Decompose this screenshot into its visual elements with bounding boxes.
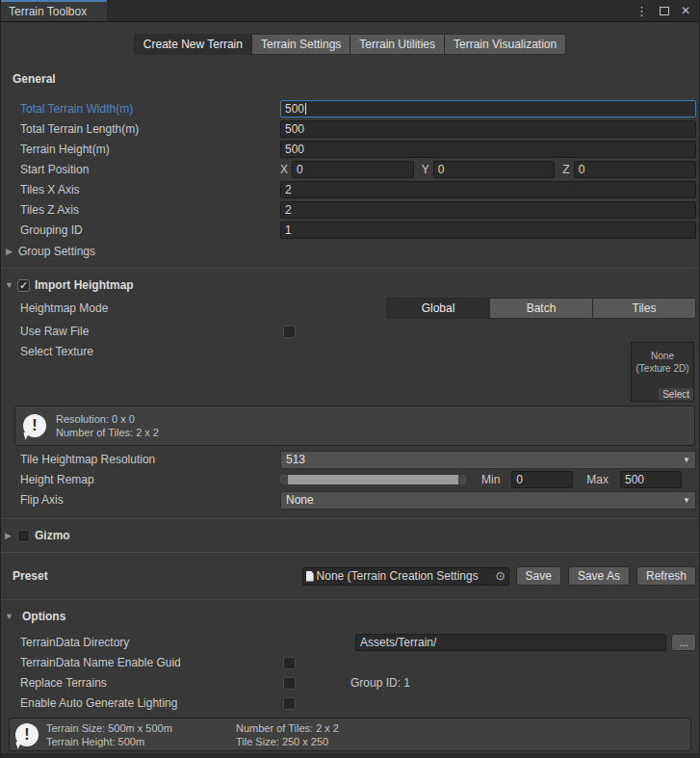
- preset-save-button[interactable]: Save: [516, 566, 561, 586]
- start-position-z-input[interactable]: 0: [574, 161, 696, 178]
- total-terrain-length-row: Total Terrain Length(m) 500: [1, 119, 699, 139]
- terraindata-name-guid-label: TerrainData Name Enable Guid: [20, 656, 280, 669]
- main-toolbar: Create New Terrain Terrain Settings Terr…: [1, 22, 699, 66]
- resolution-info-line: Resolution: 0 x 0: [56, 412, 159, 426]
- heightmap-mode-row: Heightmap Mode Global Batch Tiles: [1, 296, 699, 321]
- total-terrain-width-row: Total Terrain Width(m) 500: [1, 99, 699, 118]
- tile-heightmap-resolution-dropdown[interactable]: 513 ▼: [280, 451, 696, 469]
- replace-terrains-row: Replace Terrains Group ID: 1: [1, 673, 699, 693]
- grouping-id-input[interactable]: 1: [280, 222, 696, 239]
- general-section-header: General: [1, 72, 699, 88]
- start-position-y-input[interactable]: 0: [433, 161, 556, 178]
- browse-button[interactable]: ...: [671, 634, 696, 651]
- total-terrain-width-input[interactable]: 500: [280, 100, 696, 118]
- tiles-z-axis-label: Tiles Z Axis: [20, 203, 280, 217]
- text-cursor: [305, 103, 306, 115]
- titlebar: Terrain Toolbox ⋮ ✕: [1, 0, 699, 22]
- maximize-icon[interactable]: [660, 7, 669, 15]
- slider-max-handle[interactable]: [458, 475, 466, 484]
- terrain-toolbox-window: Terrain Toolbox ⋮ ✕ Create New Terrain T…: [0, 0, 700, 758]
- options-foldout[interactable]: ▼ Options: [1, 606, 699, 627]
- tab-terrain-utilities[interactable]: Terrain Utilities: [350, 34, 445, 55]
- height-remap-slider[interactable]: [280, 475, 466, 484]
- preset-row: Preset None (Terrain Creation Settings ⊙…: [1, 559, 699, 593]
- document-icon: [306, 571, 314, 582]
- preset-object-field[interactable]: None (Terrain Creation Settings ⊙: [302, 567, 509, 586]
- check-icon: ✓: [19, 280, 28, 291]
- divider: [1, 268, 699, 269]
- chevron-right-icon: ▶: [6, 248, 18, 256]
- tile-heightmap-resolution-label: Tile Heightmap Resolution: [20, 453, 280, 466]
- terrain-height-label: Terrain Height(m): [20, 143, 280, 156]
- chevron-down-icon: ▼: [5, 281, 17, 290]
- auto-generate-lighting-checkbox[interactable]: [283, 697, 296, 710]
- kebab-menu-icon[interactable]: ⋮: [635, 5, 648, 17]
- heightmap-mode-global-button[interactable]: Global: [386, 298, 490, 319]
- heightmap-mode-tiles-button[interactable]: Tiles: [592, 298, 696, 319]
- height-remap-label: Height Remap: [20, 473, 280, 486]
- terrain-height-input[interactable]: 500: [280, 141, 696, 158]
- grouping-id-label: Grouping ID: [20, 223, 280, 237]
- window-tab-terrain-toolbox[interactable]: Terrain Toolbox: [1, 0, 107, 21]
- terrain-height-row: Terrain Height(m) 500: [1, 140, 699, 159]
- start-position-x-label: X: [280, 163, 288, 176]
- flip-axis-label: Flip Axis: [20, 493, 280, 507]
- dropdown-arrow-icon: ▼: [683, 456, 690, 464]
- preset-refresh-button[interactable]: Refresh: [636, 566, 696, 586]
- group-id-value: Group ID: 1: [350, 676, 410, 690]
- heightmap-mode-group: Global Batch Tiles: [386, 298, 696, 319]
- tiles-x-axis-row: Tiles X Axis 2: [1, 180, 699, 199]
- toolbox-tab-group: Create New Terrain Terrain Settings Terr…: [134, 34, 566, 55]
- info-icon: !: [15, 723, 39, 746]
- select-texture-row: Select Texture None (Texture 2D) Select: [1, 342, 699, 402]
- auto-generate-lighting-label: Enable Auto Generate Lighting: [20, 696, 280, 710]
- replace-terrains-checkbox[interactable]: [283, 677, 296, 690]
- options-label: Options: [22, 610, 65, 623]
- flip-axis-dropdown[interactable]: None ▼: [280, 491, 696, 510]
- window-controls: ⋮ ✕: [635, 0, 699, 21]
- terraindata-name-guid-checkbox[interactable]: [283, 657, 296, 669]
- terrain-height-line: Terrain Height: 500m: [46, 735, 236, 748]
- total-terrain-length-input[interactable]: 500: [280, 120, 696, 138]
- divider: [1, 599, 699, 600]
- use-raw-file-label: Use Raw File: [20, 325, 280, 338]
- gizmo-foldout[interactable]: ▶ Gizmo: [1, 525, 699, 546]
- height-remap-min-input[interactable]: 0: [511, 471, 573, 488]
- terraindata-name-guid-row: TerrainData Name Enable Guid: [1, 653, 699, 672]
- chevron-down-icon: ▼: [5, 613, 17, 621]
- height-remap-row: Height Remap Min 0 Max 500: [1, 470, 699, 489]
- tile-size-line: Tile Size: 250 x 250: [236, 735, 339, 748]
- start-position-y-label: Y: [422, 163, 429, 176]
- preset-save-as-button[interactable]: Save As: [568, 566, 630, 586]
- tiles-x-axis-input[interactable]: 2: [280, 181, 696, 198]
- tab-terrain-settings[interactable]: Terrain Settings: [251, 34, 350, 55]
- tab-create-new-terrain[interactable]: Create New Terrain: [134, 34, 252, 55]
- divider: [1, 552, 699, 553]
- start-position-row: Start Position X 0 Y 0 Z 0: [1, 160, 699, 179]
- texture-select-button[interactable]: Select: [659, 388, 693, 401]
- use-raw-file-checkbox[interactable]: [283, 326, 296, 338]
- height-remap-max-input[interactable]: 500: [620, 471, 682, 488]
- terrain-size-line: Terrain Size: 500m x 500m: [46, 721, 236, 735]
- total-terrain-width-label: Total Terrain Width(m): [20, 102, 280, 116]
- chevron-right-icon: ▶: [5, 532, 17, 540]
- tab-terrain-visualization[interactable]: Terrain Visualization: [444, 34, 566, 55]
- dropdown-arrow-icon: ▼: [683, 496, 690, 505]
- gizmo-checkbox[interactable]: [17, 530, 30, 542]
- import-heightmap-foldout[interactable]: ▼ ✓ Import Heightmap: [1, 274, 699, 296]
- terraindata-directory-label: TerrainData Directory: [20, 636, 355, 649]
- tiles-z-axis-row: Tiles Z Axis 2: [1, 200, 699, 220]
- start-position-x-input[interactable]: 0: [292, 161, 414, 178]
- slider-min-handle[interactable]: [280, 475, 288, 484]
- object-picker-icon[interactable]: ⊙: [496, 569, 506, 583]
- terraindata-directory-input[interactable]: Assets/Terrain/: [355, 634, 666, 651]
- heightmap-mode-batch-button[interactable]: Batch: [489, 298, 593, 319]
- preset-label: Preset: [13, 569, 48, 583]
- close-icon[interactable]: ✕: [681, 5, 690, 16]
- import-heightmap-checkbox[interactable]: ✓: [17, 279, 30, 292]
- tiles-x-axis-label: Tiles X Axis: [20, 183, 280, 196]
- texture-object-field[interactable]: None (Texture 2D) Select: [631, 342, 694, 402]
- tile-heightmap-resolution-row: Tile Heightmap Resolution 513 ▼: [1, 450, 699, 469]
- group-settings-foldout[interactable]: ▶ Group Settings: [1, 241, 699, 262]
- tiles-z-axis-input[interactable]: 2: [280, 201, 696, 219]
